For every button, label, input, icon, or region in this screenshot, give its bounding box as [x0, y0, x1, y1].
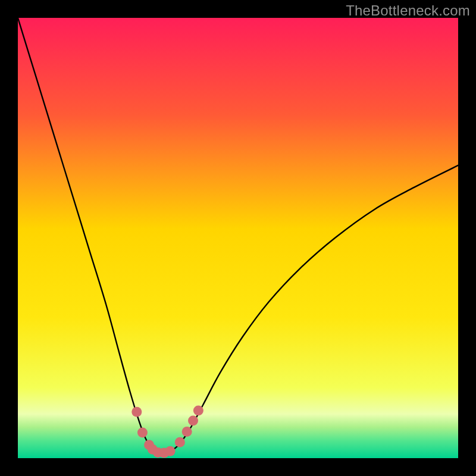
curve-marker — [175, 437, 185, 447]
chart-frame: TheBottleneck.com — [0, 0, 476, 476]
curve-marker — [182, 427, 192, 437]
curve-marker — [137, 428, 148, 438]
watermark-text: TheBottleneck.com — [346, 2, 470, 19]
curve-marker — [165, 446, 176, 456]
bottleneck-chart-svg — [18, 18, 458, 458]
curve-marker — [131, 407, 142, 417]
curve-marker — [188, 416, 198, 426]
gradient-background — [18, 18, 458, 458]
plot-area — [18, 18, 458, 458]
curve-marker — [193, 406, 203, 416]
